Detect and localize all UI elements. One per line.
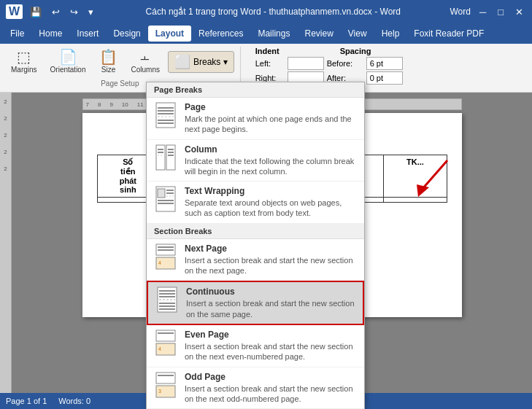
menu-layout[interactable]: Layout: [148, 26, 191, 42]
quick-access-btn[interactable]: ▾: [85, 5, 96, 19]
spacing-after-input[interactable]: [366, 71, 403, 85]
break-text-wrapping-item[interactable]: Text Wrapping Separate text around objec…: [147, 182, 364, 224]
word-count: Words: 0: [58, 397, 90, 405]
break-page-icon: [154, 102, 177, 128]
break-next-page-item[interactable]: 4 Next Page Insert a section break and s…: [147, 239, 364, 281]
breaks-icon: ⬜: [174, 54, 190, 70]
ruler-num-5: 2: [4, 165, 7, 172]
margins-btn[interactable]: ⬚ Margins: [6, 47, 42, 77]
close-btn[interactable]: ✕: [512, 5, 526, 19]
menu-references[interactable]: References: [191, 26, 250, 42]
ruler-num-1: 2: [4, 98, 7, 105]
menu-bar: File Home Insert Design Layout Reference…: [0, 23, 532, 44]
app-name: Word: [450, 7, 470, 17]
menu-help[interactable]: Help: [374, 26, 407, 42]
columns-icon: ⫠: [138, 50, 153, 64]
section-breaks-header: Section Breaks: [147, 224, 364, 239]
break-column-title: Column: [185, 144, 357, 155]
break-column-text: Column Indicate that the text following …: [185, 144, 357, 177]
break-even-page-text: Even Page Insert a section break and sta…: [185, 330, 357, 362]
menu-insert[interactable]: Insert: [69, 26, 106, 42]
svg-rect-7: [156, 145, 165, 170]
break-column-item[interactable]: Column Indicate that the text following …: [147, 140, 364, 182]
break-odd-page-item[interactable]: 3 Odd Page Insert a section break and st…: [147, 367, 364, 409]
break-column-icon: [154, 144, 177, 171]
break-next-page-text: Next Page Insert a section break and sta…: [185, 244, 357, 276]
break-text-wrapping-text: Text Wrapping Separate text around objec…: [185, 186, 357, 219]
break-next-page-title: Next Page: [185, 244, 357, 254]
svg-line-43: [422, 160, 447, 190]
indent-header: Indent: [255, 47, 328, 55]
break-page-item[interactable]: Page Mark the point at which one page en…: [147, 98, 364, 140]
size-btn[interactable]: 📋 Size: [94, 47, 123, 77]
indent-left-input[interactable]: [288, 57, 324, 70]
menu-foxit[interactable]: Foxit Reader PDF: [406, 26, 491, 42]
undo-btn[interactable]: ↩: [49, 5, 63, 19]
break-next-page-desc: Insert a section break and start the new…: [185, 255, 357, 276]
title-bar: W 💾 ↩ ↪ ▾ Cách ngắt 1 trang trong Word -…: [0, 0, 532, 23]
minimize-btn[interactable]: ─: [477, 5, 489, 19]
break-even-page-icon: 4: [154, 330, 177, 356]
maximize-btn[interactable]: □: [495, 5, 506, 19]
break-continuous-icon: [155, 287, 179, 313]
break-odd-page-title: Odd Page: [185, 372, 357, 382]
breaks-dropdown: Page Breaks Page Mark the: [146, 82, 365, 409]
menu-mailings[interactable]: Mailings: [250, 26, 297, 42]
break-even-page-item[interactable]: 4 Even Page Insert a section break and s…: [147, 325, 364, 367]
orientation-icon: 📄: [59, 50, 77, 64]
break-text-wrapping-desc: Separate text around objects on web page…: [185, 198, 357, 219]
page-setup-label: Page Setup: [101, 79, 139, 87]
spacing-before-label: Before:: [327, 59, 363, 68]
page-setup-buttons: ⬚ Margins 📄 Orientation 📋 Size ⫠ Columns: [6, 47, 234, 77]
break-column-desc: Indicate that the text following the col…: [185, 156, 357, 177]
document-title: Cách ngắt 1 trang trong Word - thuthuatp…: [96, 7, 450, 17]
word-icon: W: [6, 4, 23, 19]
break-page-desc: Mark the point at which one page ends an…: [185, 114, 357, 135]
break-page-title: Page: [185, 102, 357, 112]
svg-text:3: 3: [158, 389, 161, 394]
svg-rect-16: [158, 189, 165, 198]
menu-file[interactable]: File: [3, 26, 31, 42]
indent-left-label: Left:: [255, 59, 285, 68]
menu-review[interactable]: Review: [297, 26, 340, 42]
break-page-text: Page Mark the point at which one page en…: [185, 102, 357, 135]
columns-btn[interactable]: ⫠ Columns: [126, 47, 165, 77]
break-text-wrapping-icon: [154, 186, 177, 212]
margins-icon: ⬚: [17, 50, 31, 64]
break-odd-page-icon: 3: [154, 372, 177, 398]
menu-home[interactable]: Home: [31, 26, 69, 42]
svg-rect-39: [156, 373, 175, 383]
break-continuous-text: Continuous Insert a section break and st…: [186, 287, 355, 319]
svg-rect-8: [166, 145, 175, 170]
page-count: Page 1 of 1: [6, 397, 47, 405]
break-next-page-icon: 4: [154, 244, 177, 270]
svg-rect-35: [156, 330, 175, 341]
red-arrow-annotation: [411, 157, 455, 203]
page-breaks-header: Page Breaks: [147, 82, 364, 98]
break-continuous-title: Continuous: [186, 287, 355, 297]
break-continuous-item[interactable]: Continuous Insert a section break and st…: [147, 281, 364, 325]
indent-left-row: Left: Before:: [255, 57, 403, 70]
svg-rect-0: [156, 103, 175, 128]
menu-view[interactable]: View: [341, 26, 374, 42]
redo-btn[interactable]: ↪: [67, 5, 81, 19]
indent-spacing-headers: Indent Spacing: [255, 47, 403, 55]
spacing-before-input[interactable]: [366, 57, 403, 70]
svg-text:4: 4: [158, 346, 161, 351]
break-text-wrapping-title: Text Wrapping: [185, 186, 357, 196]
break-even-page-desc: Insert a section break and start the new…: [185, 341, 357, 362]
ribbon: ⬚ Margins 📄 Orientation 📋 Size ⫠ Columns: [0, 44, 532, 93]
ruler-num-4: 2: [4, 149, 7, 155]
ruler-num-3: 2: [4, 132, 7, 139]
main-window: W 💾 ↩ ↪ ▾ Cách ngắt 1 trang trong Word -…: [0, 0, 532, 409]
svg-marker-44: [417, 184, 429, 197]
title-bar-right: Word ─ □ ✕: [450, 5, 526, 19]
orientation-btn[interactable]: 📄 Orientation: [45, 47, 91, 77]
break-even-page-title: Even Page: [185, 330, 357, 340]
save-btn[interactable]: 💾: [27, 5, 45, 19]
menu-design[interactable]: Design: [106, 26, 147, 42]
breaks-btn[interactable]: ⬜ Breaks ▾: [168, 51, 234, 73]
title-bar-left: W 💾 ↩ ↪ ▾: [6, 4, 96, 19]
left-ruler: 2 2 2 2 2: [0, 93, 12, 393]
spacing-header: Spacing: [340, 47, 371, 55]
